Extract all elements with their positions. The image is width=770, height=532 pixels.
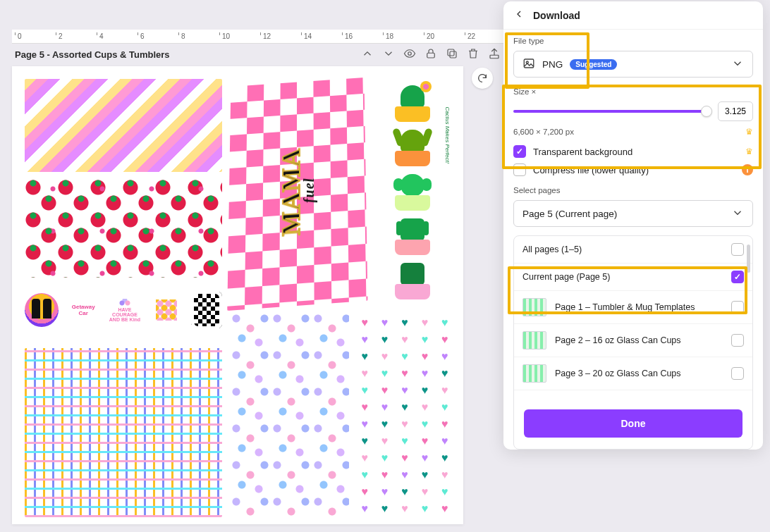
visibility-icon[interactable]: [403, 47, 416, 62]
page-item-checkbox[interactable]: [731, 334, 744, 347]
editor-canvas: 0 2 4 6 8 10 12 14 16 18 20 22 Page 5 - …: [0, 0, 503, 532]
done-button[interactable]: Done: [524, 409, 742, 438]
file-type-label: File type: [513, 37, 753, 45]
page-thumbnail: [522, 331, 546, 349]
transparent-checkbox[interactable]: [513, 145, 526, 158]
slider-thumb[interactable]: [701, 106, 712, 117]
ruler-tick: 12: [260, 32, 271, 35]
ruler-tick: 16: [342, 32, 353, 35]
crown-icon: ♛: [745, 147, 753, 156]
badge-sunset[interactable]: [25, 293, 59, 327]
compress-label: Compress file (lower quality): [533, 165, 649, 175]
page-item-label: Page 1 – Tumbler & Mug Templates: [555, 302, 695, 312]
design-flowers[interactable]: [229, 311, 349, 517]
page-item-checkbox[interactable]: [731, 271, 744, 283]
badge-flowers[interactable]: [149, 293, 183, 327]
crown-icon: ♛: [745, 127, 753, 137]
ruler-tick: 0: [15, 32, 22, 35]
design-cacti[interactable]: Cactus Makes Perfect!: [373, 79, 452, 303]
file-type-value: PNG: [542, 59, 563, 70]
svg-rect-1: [427, 53, 435, 58]
page-item-label: Page 3 – 20 oz Glass Can Cups: [555, 369, 681, 378]
size-dimensions: 6,600 × 7,200 px: [513, 128, 574, 136]
ruler-tick: 4: [97, 32, 104, 35]
page-list-scroll[interactable]: All pages (1–5)Current page (Page 5)Page…: [514, 236, 752, 401]
file-type-select[interactable]: PNG Suggested: [513, 51, 753, 78]
ruler-tick: 8: [178, 32, 185, 35]
compress-checkbox[interactable]: [513, 163, 526, 176]
page-item-label: All pages (1–5): [522, 245, 582, 254]
ruler-horizontal: 0 2 4 6 8 10 12 14 16 18 20 22: [12, 30, 503, 44]
page-list-item[interactable]: Page 2 – 16 oz Glass Can Cups: [514, 324, 752, 357]
suggested-badge: Suggested: [570, 59, 617, 70]
design-hearts[interactable]: ♥♥♥♥♥♥♥♥♥♥♥♥♥♥♥♥♥♥♥♥♥♥♥♥♥♥♥♥♥♥♥♥♥♥♥♥♥♥♥♥…: [352, 311, 458, 517]
lock-icon[interactable]: [424, 47, 437, 62]
page-item-label: Current page (Page 5): [522, 272, 610, 282]
design-badge-row[interactable]: Getaway Car HAVE COURAGE AND BE Kind: [25, 287, 222, 333]
panel-header: Download: [503, 1, 763, 30]
ruler-tick: 22: [465, 32, 475, 35]
ruler-tick: 18: [383, 32, 393, 35]
cactus-caption: Cactus Makes Perfect!: [444, 107, 451, 163]
ruler-tick: 6: [138, 32, 145, 35]
export-icon[interactable]: [488, 47, 501, 62]
image-icon: [522, 57, 535, 72]
page-list-item[interactable]: Current page (Page 5): [514, 264, 752, 291]
page-title: Page 5 - Assorted Cups & Tumblers: [15, 49, 361, 60]
page-item-checkbox[interactable]: [731, 367, 744, 380]
ruler-tick: 20: [424, 32, 434, 35]
download-panel: Download File type PNG Suggested Size × …: [503, 1, 763, 450]
page-thumbnail: [522, 364, 546, 383]
info-icon[interactable]: i: [742, 164, 753, 175]
svg-point-0: [408, 51, 412, 55]
chevron-down-icon: [731, 206, 744, 221]
chevron-down-icon[interactable]: [382, 47, 395, 62]
svg-rect-2: [450, 51, 456, 58]
design-plaid[interactable]: [25, 348, 222, 517]
size-label: Size ×: [513, 87, 753, 96]
back-icon[interactable]: [513, 8, 525, 22]
page-item-label: Page 2 – 16 oz Glass Can Cups: [555, 335, 681, 345]
svg-rect-5: [524, 59, 534, 68]
size-input[interactable]: [718, 101, 753, 121]
page-thumbnail: [522, 298, 546, 316]
mama-text: MAMA fuel: [280, 147, 316, 236]
chevron-down-icon: [731, 57, 744, 72]
svg-rect-4: [490, 55, 499, 58]
trash-icon[interactable]: [467, 47, 479, 62]
svg-rect-3: [448, 49, 454, 56]
design-mama-checker[interactable]: MAMA fuel: [227, 78, 367, 311]
transparent-label: Transparent background: [533, 147, 632, 157]
badge-checker[interactable]: [191, 291, 222, 329]
page-header: Page 5 - Assorted Cups & Tumblers: [12, 44, 503, 64]
selected-pages-value: Page 5 (Current page): [522, 209, 617, 219]
ruler-tick: 14: [301, 32, 312, 35]
chevron-up-icon[interactable]: [361, 47, 374, 62]
ruler-tick: 10: [219, 32, 230, 35]
page-list: All pages (1–5)Current page (Page 5)Page…: [513, 235, 753, 450]
design-stripes[interactable]: [25, 79, 222, 172]
page-list-item[interactable]: Page 3 – 20 oz Glass Can Cups: [514, 357, 752, 390]
size-slider[interactable]: [513, 110, 711, 113]
artboard[interactable]: Getaway Car HAVE COURAGE AND BE Kind MAM…: [12, 66, 463, 524]
page-list-item[interactable]: All pages (1–5): [514, 236, 752, 264]
select-pages-label: Select pages: [513, 186, 753, 194]
page-item-checkbox[interactable]: [731, 301, 744, 314]
duplicate-icon[interactable]: [446, 47, 458, 62]
badge-getaway[interactable]: Getaway Car: [66, 293, 100, 327]
design-strawberries[interactable]: [25, 179, 222, 278]
refresh-button[interactable]: [472, 68, 493, 89]
ruler-tick: 2: [56, 32, 63, 35]
page-item-checkbox[interactable]: [731, 243, 744, 256]
page-list-item[interactable]: Page 1 – Tumbler & Mug Templates: [514, 291, 752, 324]
badge-courage[interactable]: HAVE COURAGE AND BE Kind: [108, 293, 142, 327]
select-pages-dropdown[interactable]: Page 5 (Current page): [513, 200, 753, 227]
panel-title: Download: [533, 10, 580, 21]
